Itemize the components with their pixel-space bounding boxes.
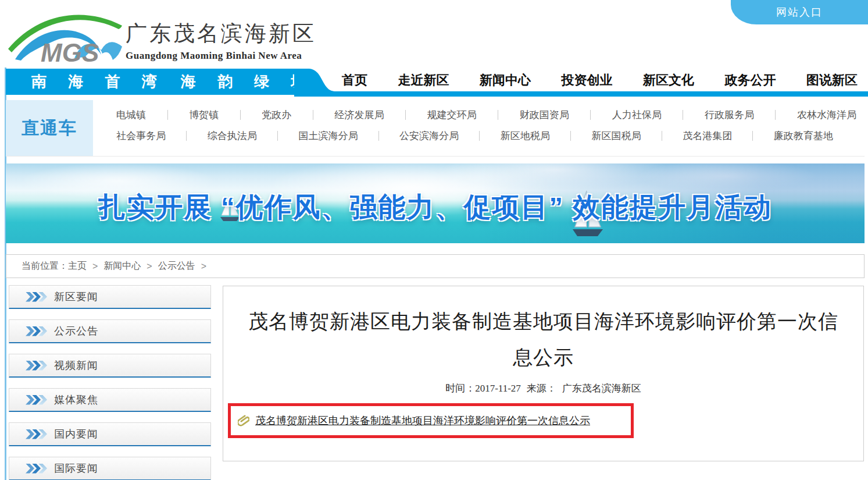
quick-link[interactable]: 博贺镇 [189,108,219,122]
sidebar-menu: 新区要闻 公示公告 视频新闻 媒体聚焦 国内要闻 国际要闻 [9,285,211,480]
slogan-text: 南 海 首 湾海 韵 绿 城 [31,72,315,92]
sidebar-item-label: 媒体聚焦 [54,393,98,407]
banner-slogan-text: 扎实开展 “优作风、强能力、促项目” 效能提升月活动 [6,189,865,226]
sidebar-item-district-news[interactable]: 新区要闻 [9,285,211,309]
article-title: 茂名博贺新港区电力装备制造基地项目海洋环境影响评价第一次信息公示 [247,304,840,376]
article-panel: 茂名博贺新港区电力装备制造基地项目海洋环境影响评价第一次信息公示 时间：2017… [223,286,864,461]
sidebar-item-video-news[interactable]: 视频新闻 [9,354,211,378]
article-source: 广东茂名滨海新区 [562,383,641,394]
triple-chevron-icon [26,464,45,474]
quick-links-section: 直通车 电城镇 博贺镇 党政办 经济发展局 规建交环局 财政国资局 人力社保局 … [6,100,865,157]
article-meta: 时间：2017-11-27来源：广东茂名滨海新区 [223,382,863,395]
article-time: 2017-11-27 [475,383,521,394]
quick-links-label: 直通车 [22,116,77,140]
divider [570,131,571,141]
bar-strip [326,91,868,97]
sidebar-item-label: 公示公告 [54,324,98,338]
triple-chevron-icon [26,429,45,439]
divider [498,110,498,120]
divider [590,110,591,120]
quick-link[interactable]: 新区国税局 [591,129,641,143]
nav-item-gov-affairs[interactable]: 政务公开 [725,72,776,89]
sidebar-item-label: 视频新闻 [54,358,98,372]
quick-link[interactable]: 廉政教育基地 [774,129,833,143]
quick-link[interactable]: 规建交环局 [427,108,477,122]
sidebar-item-label: 新区要闻 [54,290,98,304]
sidebar-item-international-news[interactable]: 国际要闻 [9,457,211,480]
quick-link[interactable]: 人力社保局 [612,108,662,122]
site-logo[interactable]: MGS [7,2,123,66]
sidebar-item-label: 国内要闻 [54,427,98,441]
divider [167,110,168,120]
quick-links-row2: 社会事务局 综合执法局 国土滨海分局 公安滨海分局 新区地税局 新区国税局 茂名… [116,129,833,143]
slogan-bar: 南 海 首 湾海 韵 绿 城 [6,69,294,95]
article-time-label: 时间： [445,383,475,394]
nav-item-news[interactable]: 新闻中心 [480,72,531,89]
site-header: MGS 广东茂名滨海新区 Guangdong Maoming Binhai Ne… [0,0,868,67]
divider [240,110,241,120]
triple-chevron-icon [26,292,45,302]
breadcrumb-separator: > [92,261,98,272]
annotation-red-box: 茂名博贺新港区电力装备制造基地项目海洋环境影响评价第一次信息公示 [228,403,634,438]
quick-link[interactable]: 农林水海洋局 [797,108,856,122]
quick-link[interactable]: 茂名港集团 [683,129,732,143]
divider [405,110,406,120]
quick-link[interactable]: 党政办 [262,108,291,122]
breadcrumb-label: 当前位置： [22,260,68,272]
site-title-en: Guangdong Maoming Binhai New Area [126,50,316,62]
divider [479,131,480,141]
site-title-block: 广东茂名滨海新区 Guangdong Maoming Binhai New Ar… [126,19,316,62]
quick-link[interactable]: 国土滨海分局 [298,129,358,143]
mgs-logo-icon: MGS [7,2,123,66]
quick-link[interactable]: 社会事务局 [116,129,166,143]
quick-link[interactable]: 行政服务局 [705,108,754,122]
svg-text:MGS: MGS [41,38,99,66]
sidebar-item-domestic-news[interactable]: 国内要闻 [9,422,211,446]
article-source-label: 来源： [527,383,556,394]
triple-chevron-icon [26,395,45,405]
breadcrumb-notices[interactable]: 公示公告 [158,260,195,272]
breadcrumb-separator: > [147,261,152,272]
quick-link[interactable]: 综合执法局 [208,129,257,143]
nav-item-gallery[interactable]: 图说新区 [806,72,858,89]
quick-link[interactable]: 电城镇 [116,108,146,122]
quick-link[interactable]: 新区地税局 [501,129,550,143]
divider [378,131,379,141]
divider [277,131,278,141]
nav-item-invest[interactable]: 投资创业 [562,72,613,89]
quick-link[interactable]: 公安滨海分局 [399,129,459,143]
nav-item-home[interactable]: 首页 [342,72,367,89]
main-nav: 首页 走近新区 新闻中心 投资创业 新区文化 政务公开 图说新区 [342,70,858,91]
divider [662,131,662,141]
quick-link[interactable]: 财政国资局 [520,108,569,122]
divider [186,131,187,141]
triple-chevron-icon [26,326,45,336]
divider [683,110,683,120]
nav-item-about[interactable]: 走近新区 [398,72,449,89]
quick-links-row1: 电城镇 博贺镇 党政办 经济发展局 规建交环局 财政国资局 人力社保局 行政服务… [116,108,856,122]
triple-chevron-icon [26,361,45,371]
divider [775,110,776,120]
breadcrumb-news-center[interactable]: 新闻中心 [103,260,141,272]
top-navigation-bar: 南 海 首 湾海 韵 绿 城 首页 走近新区 新闻中心 投资创业 新区文化 政务… [0,69,868,97]
sidebar-item-media-focus[interactable]: 媒体聚焦 [9,388,211,412]
nav-item-culture[interactable]: 新区文化 [643,72,694,89]
page: MGS 广东茂名滨海新区 Guangdong Maoming Binhai Ne… [0,0,868,480]
breadcrumb: 当前位置： 主页 > 新闻中心 > 公示公告 > [6,254,865,278]
campaign-banner: 扎实开展 “优作风、强能力、促项目” 效能提升月活动 [6,163,865,243]
paperclip-icon [238,414,249,428]
sidebar-item-label: 国际要闻 [54,461,98,475]
breadcrumb-separator: > [201,261,206,272]
sidebar-item-public-notices[interactable]: 公示公告 [9,319,211,343]
breadcrumb-home[interactable]: 主页 [68,260,87,272]
divider [752,131,753,141]
quick-link[interactable]: 经济发展局 [334,108,384,122]
attachment-link[interactable]: 茂名博贺新港区电力装备制造基地项目海洋环境影响评价第一次信息公示 [255,414,590,428]
quick-links-label-box: 直通车 [6,100,93,156]
divider [313,110,313,120]
quick-links-rows: 电城镇 博贺镇 党政办 经济发展局 规建交环局 财政国资局 人力社保局 行政服务… [116,100,856,156]
site-entry-button[interactable]: 网站入口 [731,0,868,24]
site-title-cn: 广东茂名滨海新区 [126,19,316,48]
